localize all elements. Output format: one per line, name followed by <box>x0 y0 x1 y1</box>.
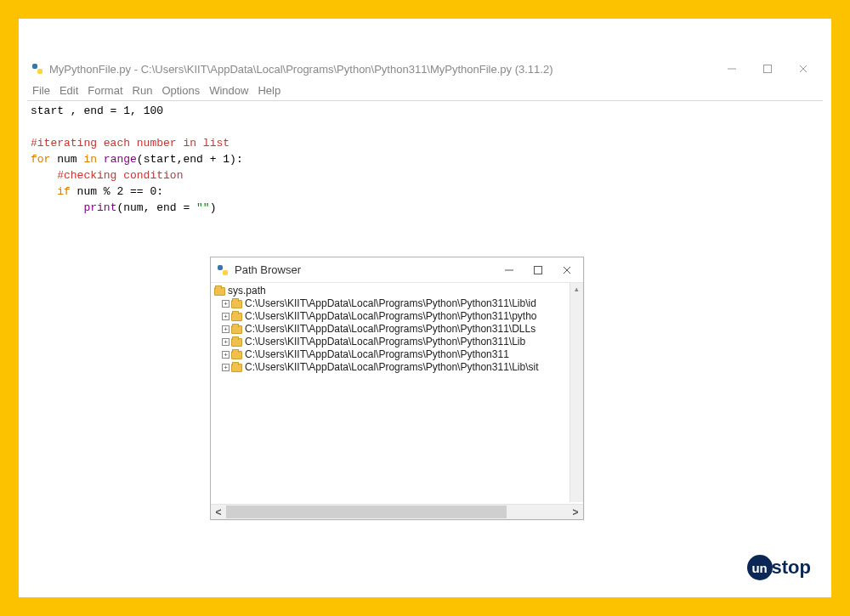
pb-close-button[interactable] <box>561 264 573 276</box>
tree-item-label: C:\Users\KIIT\AppData\Local\Programs\Pyt… <box>245 348 509 361</box>
menu-format[interactable]: Format <box>88 84 122 97</box>
titlebar: MyPythonFile.py - C:\Users\KIIT\AppData\… <box>27 57 823 81</box>
expander-icon[interactable]: + <box>222 351 230 359</box>
logo-text: stop <box>772 557 811 579</box>
tree-root-label: sys.path <box>228 285 266 297</box>
tree-item-label: C:\Users\KIIT\AppData\Local\Programs\Pyt… <box>245 323 536 336</box>
svg-rect-1 <box>37 69 42 74</box>
expander-icon[interactable]: + <box>222 325 230 333</box>
folder-icon <box>231 351 242 359</box>
svg-rect-0 <box>32 64 37 69</box>
tree-item[interactable]: +C:\Users\KIIT\AppData\Local\Programs\Py… <box>222 297 583 310</box>
tree-item[interactable]: +C:\Users\KIIT\AppData\Local\Programs\Py… <box>222 310 583 323</box>
menu-run[interactable]: Run <box>133 84 153 97</box>
menu-file[interactable]: File <box>32 84 50 97</box>
path-tree[interactable]: sys.path +C:\Users\KIIT\AppData\Local\Pr… <box>211 283 583 502</box>
expander-icon[interactable]: + <box>222 313 230 320</box>
scroll-right-icon[interactable]: > <box>568 505 583 520</box>
tree-root[interactable]: sys.path <box>214 285 583 297</box>
tree-item-label: C:\Users\KIIT\AppData\Local\Programs\Pyt… <box>245 310 537 323</box>
folder-icon <box>231 325 242 334</box>
tree-item[interactable]: +C:\Users\KIIT\AppData\Local\Programs\Py… <box>222 323 583 336</box>
menu-window[interactable]: Window <box>209 84 248 97</box>
horizontal-scrollbar[interactable]: < > <box>211 504 583 519</box>
tree-item-label: C:\Users\KIIT\AppData\Local\Programs\Pyt… <box>245 336 525 348</box>
path-browser-window: Path Browser sys.path +C:\Users\KIIT\App… <box>210 257 584 520</box>
menu-edit[interactable]: Edit <box>60 84 78 97</box>
path-browser-title: Path Browser <box>235 263 301 276</box>
scroll-up-icon[interactable]: ▴ <box>570 283 583 296</box>
scroll-track[interactable] <box>226 505 568 519</box>
code-editor[interactable]: start , end = 1, 100 #iterating each num… <box>27 101 823 218</box>
pb-minimize-button[interactable] <box>503 264 515 276</box>
pb-maximize-button[interactable] <box>532 264 544 276</box>
folder-icon <box>231 313 242 321</box>
maximize-button[interactable] <box>762 63 774 75</box>
python-icon <box>216 263 230 277</box>
svg-rect-3 <box>764 65 772 73</box>
minimize-button[interactable] <box>726 63 738 75</box>
scroll-left-icon[interactable]: < <box>211 505 226 520</box>
svg-rect-7 <box>223 270 228 275</box>
expander-icon[interactable]: + <box>222 300 230 308</box>
tree-item[interactable]: +C:\Users\KIIT\AppData\Local\Programs\Py… <box>222 348 583 361</box>
tree-item-label: C:\Users\KIIT\AppData\Local\Programs\Pyt… <box>245 297 536 310</box>
close-button[interactable] <box>797 63 809 75</box>
folder-icon <box>214 287 225 296</box>
window-title: MyPythonFile.py - C:\Users\KIIT\AppData\… <box>49 63 552 76</box>
logo-circle: un <box>747 555 773 580</box>
tree-item[interactable]: +C:\Users\KIIT\AppData\Local\Programs\Py… <box>222 361 583 374</box>
menubar: File Edit Format Run Options Window Help <box>27 81 823 101</box>
svg-rect-9 <box>535 266 542 274</box>
vertical-scrollbar[interactable]: ▴ <box>570 283 583 502</box>
menu-options[interactable]: Options <box>162 84 200 97</box>
watermark-logo: unstop <box>747 555 811 580</box>
tree-item[interactable]: +C:\Users\KIIT\AppData\Local\Programs\Py… <box>222 336 583 348</box>
folder-icon <box>231 364 242 372</box>
folder-icon <box>231 300 242 308</box>
scroll-thumb[interactable] <box>226 506 507 518</box>
svg-rect-6 <box>218 265 223 270</box>
expander-icon[interactable]: + <box>222 338 230 346</box>
menu-help[interactable]: Help <box>258 84 280 97</box>
python-icon <box>31 62 44 76</box>
folder-icon <box>231 338 242 347</box>
path-browser-titlebar: Path Browser <box>211 257 583 283</box>
expander-icon[interactable]: + <box>222 364 230 371</box>
tree-item-label: C:\Users\KIIT\AppData\Local\Programs\Pyt… <box>245 361 539 374</box>
